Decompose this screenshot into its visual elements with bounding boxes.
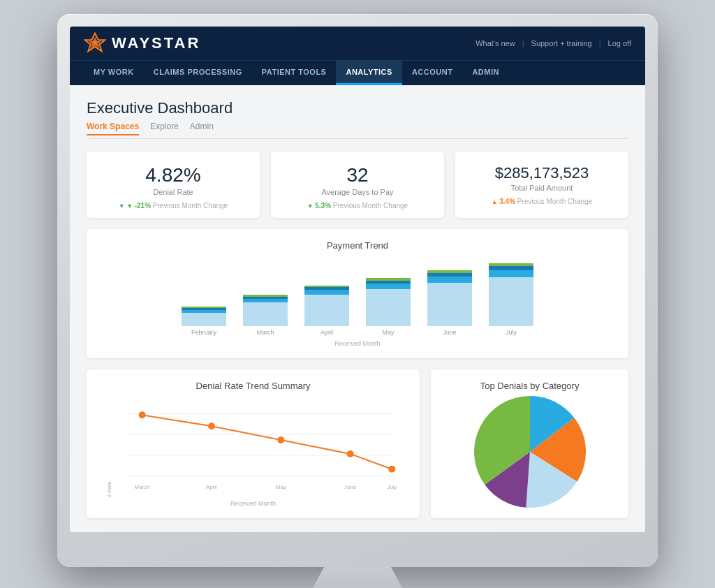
down-arrow-icon: ▼ [119, 203, 135, 210]
kpi-total-paid: $285,173,523 Total Paid Amount ▲ 3.4% Pr… [455, 152, 628, 218]
bar-label-june: June [443, 329, 457, 336]
nav-account[interactable]: ACCOUNT [402, 61, 463, 85]
kpi-denial-change: ▼ -21% Previous Month Change [101, 202, 246, 210]
kpi-paid-label: Total Paid Amount [469, 184, 614, 192]
bottom-row: Denial Rate Trend Summary Remit Denial R… [87, 369, 628, 518]
trend-line [142, 415, 392, 469]
kpi-row: 4.82% Denial Rate ▼ -21% Previous Month … [87, 152, 628, 218]
top-denials-title: Top Denials by Category [445, 381, 614, 391]
top-denials-card: Top Denials by Category [431, 369, 628, 518]
bar-label-april: April [320, 329, 333, 336]
bar-group-may: May [366, 278, 411, 336]
logo-area: WAYSTAR [84, 32, 200, 54]
point-april [208, 422, 215, 429]
kpi-paid-change-value: 3.4% [499, 198, 515, 205]
bar-seg-light [366, 289, 411, 326]
bar-group-april: April [304, 286, 349, 336]
monitor-stand [302, 567, 413, 588]
kpi-paid-change-suffix: Previous Month Change [517, 198, 592, 205]
kpi-days-label: Average Days to Pay [285, 188, 430, 196]
nav-analytics[interactable]: ANALYTICS [336, 61, 401, 85]
y-axis-label: Remit Denial Rate [106, 481, 112, 497]
bar-label-may: May [382, 329, 394, 336]
bar-group-july: July [489, 263, 533, 336]
kpi-days-change: ▼ 5.3% Previous Month Change [285, 202, 430, 210]
x-label-may: May [276, 484, 286, 490]
content-area: Executive Dashboard Work Spaces Explore … [70, 85, 645, 532]
up-arrow-icon: ▲ [492, 198, 499, 205]
bar-label-july: July [506, 329, 517, 336]
bar-chart-area: FebruaryMarchAprilMayJuneJuly [101, 259, 614, 336]
kpi-days-change-suffix: Previous Month Change [333, 202, 408, 210]
line-chart-area: Remit Denial Rate [101, 399, 406, 497]
down-arrow2-icon: ▼ [307, 203, 315, 210]
kpi-denial-label: Denial Rate [101, 188, 246, 196]
bar-group-june: June [427, 270, 472, 336]
top-bar: WAYSTAR What's new | Support + training … [70, 27, 645, 60]
top-links: What's new | Support + training | Log of… [476, 39, 631, 47]
denial-trend-title: Denial Rate Trend Summary [101, 381, 406, 391]
logo-text: WAYSTAR [112, 34, 200, 52]
kpi-days-change-value: 5.3% [315, 202, 331, 210]
point-june [347, 450, 354, 457]
payment-trend-x-label: Received Month [101, 340, 614, 347]
point-july [388, 466, 395, 473]
x-label-april: April [206, 484, 217, 490]
nav-admin[interactable]: ADMIN [462, 61, 509, 85]
bar-seg-mid [366, 284, 411, 289]
bar-seg-light [304, 295, 349, 326]
denial-trend-card: Denial Rate Trend Summary Remit Denial R… [87, 369, 420, 518]
nav-claims-processing[interactable]: CLAIMS PROCESSING [144, 61, 252, 85]
pie-chart-svg [474, 396, 586, 508]
whats-new-link[interactable]: What's new [476, 39, 515, 47]
nav-my-work[interactable]: MY WORK [84, 61, 144, 85]
kpi-denial-rate: 4.82% Denial Rate ▼ -21% Previous Month … [87, 152, 260, 218]
x-label-june: June [344, 484, 357, 490]
bar-seg-light [427, 283, 472, 326]
sep1: | [522, 39, 524, 47]
denial-trend-x-label: Received Month [101, 500, 406, 507]
bar-stack-may [366, 278, 411, 326]
bar-seg-light [243, 302, 288, 326]
bar-seg-light [182, 313, 226, 326]
bar-stack-february [182, 307, 226, 326]
page-title: Executive Dashboard [87, 99, 628, 117]
point-may [277, 436, 284, 443]
line-chart-svg: Remit Denial Rate [101, 399, 406, 497]
x-label-july: July [387, 484, 397, 490]
kpi-days-value: 32 [285, 164, 430, 186]
waystar-logo-icon [84, 32, 106, 54]
bar-stack-june [427, 270, 472, 326]
tab-explore[interactable]: Explore [150, 122, 179, 135]
support-link[interactable]: Support + training [531, 39, 592, 47]
bar-group-march: March [243, 295, 288, 336]
bar-label-february: February [191, 329, 216, 336]
sub-tabs: Work Spaces Explore Admin [87, 122, 628, 139]
sep2: | [599, 39, 601, 47]
nav-menu: MY WORK CLAIMS PROCESSING PATIENT TOOLS … [70, 60, 645, 85]
pie-container [445, 399, 614, 504]
bar-stack-july [489, 263, 533, 326]
bar-stack-april [304, 286, 349, 326]
kpi-denial-change-value: -21% [135, 202, 151, 210]
kpi-denial-change-suffix: Previous Month Change [153, 202, 228, 210]
x-label-march: March [135, 484, 150, 490]
logout-link[interactable]: Log off [608, 39, 631, 47]
point-march [139, 411, 146, 418]
tab-admin[interactable]: Admin [190, 122, 214, 135]
bar-stack-march [243, 295, 288, 326]
payment-trend-card: Payment Trend FebruaryMarchAprilMayJuneJ… [87, 229, 628, 358]
kpi-denial-value: 4.82% [101, 164, 246, 186]
payment-trend-title: Payment Trend [101, 240, 614, 251]
nav-patient-tools[interactable]: PATIENT TOOLS [252, 61, 337, 85]
kpi-paid-change: ▲ 3.4% Previous Month Change [469, 198, 614, 205]
bar-group-february: February [182, 307, 226, 336]
tab-workspaces[interactable]: Work Spaces [87, 122, 139, 135]
bar-seg-mid [489, 270, 533, 277]
kpi-avg-days: 32 Average Days to Pay ▼ 5.3% Previous M… [271, 152, 444, 218]
kpi-paid-value: $285,173,523 [469, 164, 614, 182]
bar-seg-mid [427, 277, 472, 283]
bar-label-march: March [256, 329, 274, 336]
bar-seg-light [489, 277, 533, 326]
